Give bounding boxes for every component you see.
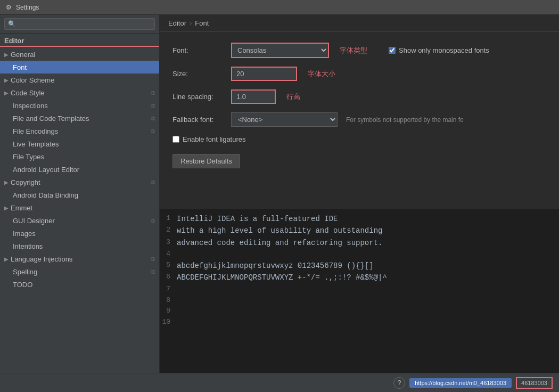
preview-area: 1IntelliJ IDEA is a full-featured IDE2wi… — [160, 209, 559, 373]
main-layout: Editor ▶GeneralFont▶Color Scheme▶Code St… — [0, 15, 559, 373]
line-number: 4 — [160, 249, 177, 260]
sidebar-item-code-style[interactable]: ▶Code Style⧉ — [0, 86, 159, 99]
size-annotation: 字体大小 — [308, 69, 335, 79]
ligatures-row: Enable font ligatures — [172, 135, 546, 143]
size-row: Size: 字体大小 — [172, 67, 546, 81]
line-content: with a high level of usability and outst… — [177, 225, 559, 236]
sidebar-item-label: GUI Designer — [13, 217, 55, 225]
bottom-highlight-box: 46183003 — [516, 377, 553, 389]
font-annotation: 字体类型 — [340, 46, 367, 55]
sidebar-item-label: Spelling — [13, 268, 37, 276]
sidebar-item-language-injections[interactable]: ▶Language Injections⧉ — [0, 252, 159, 265]
preview-line: 5abcdefghijklmnopqrstuvwxyz 0123456789 (… — [160, 260, 559, 272]
preview-line: 2with a high level of usability and outs… — [160, 225, 559, 236]
preview-line: 7 — [160, 284, 559, 295]
sidebar-item-android-data-binding[interactable]: Android Data Binding — [0, 189, 159, 201]
sidebar-item-android-layout-editor[interactable]: Android Layout Editor — [0, 163, 159, 176]
arrow-icon: ▶ — [4, 90, 9, 96]
preview-line: 1IntelliJ IDEA is a full-featured IDE — [160, 213, 559, 225]
monospaced-checkbox[interactable] — [389, 47, 396, 54]
line-spacing-annotation: 行高 — [286, 92, 300, 102]
settings-icon: ⚙ — [4, 3, 13, 12]
sidebar-item-label: TODO — [13, 281, 32, 289]
preview-line: 4 — [160, 249, 559, 260]
sidebar-item-emmet[interactable]: ▶Emmet — [0, 201, 159, 214]
sidebar-item-label: Language Injections — [11, 255, 72, 263]
sidebar-item-label: Intentions — [13, 242, 43, 250]
size-input[interactable] — [232, 68, 296, 80]
breadcrumb: Editor › Font — [160, 15, 559, 32]
sidebar-item-label: Font — [13, 63, 27, 71]
fallback-font-row: Fallback font: <None> For symbols not su… — [172, 112, 546, 127]
copy-icon: ⧉ — [151, 89, 155, 96]
copy-icon: ⧉ — [151, 268, 155, 275]
line-number: 9 — [160, 306, 177, 317]
line-content: abcdefghijklmnopqrstuvwxyz 0123456789 ()… — [177, 260, 559, 272]
arrow-icon: ▶ — [4, 52, 9, 58]
sidebar-item-general[interactable]: ▶General — [0, 48, 159, 61]
preview-line: 3advanced code editing and refactoring s… — [160, 237, 559, 249]
help-button[interactable]: ? — [393, 377, 405, 389]
sidebar-content: Editor ▶GeneralFont▶Color Scheme▶Code St… — [0, 34, 159, 373]
sidebar-item-intentions[interactable]: Intentions — [0, 240, 159, 252]
sidebar-item-inspections[interactable]: Inspections⧉ — [0, 99, 159, 112]
sidebar-item-images[interactable]: Images — [0, 227, 159, 240]
copy-icon: ⧉ — [151, 217, 155, 224]
restore-defaults-button[interactable]: Restore Defaults — [172, 154, 240, 168]
search-input[interactable] — [4, 18, 155, 30]
sidebar-item-label: Code Style — [11, 89, 45, 97]
ligatures-checkbox[interactable] — [172, 136, 179, 143]
sidebar-item-file-types[interactable]: File Types — [0, 150, 159, 163]
line-number: 6 — [160, 272, 177, 283]
arrow-icon: ▶ — [4, 205, 9, 211]
window-title: Settings — [16, 4, 39, 11]
line-number: 7 — [160, 284, 177, 295]
copy-icon: ⧉ — [151, 256, 155, 263]
sidebar-item-label: File Types — [13, 153, 44, 161]
sidebar-item-label: Inspections — [13, 102, 48, 110]
sidebar-item-live-templates[interactable]: Live Templates — [0, 137, 159, 150]
editor-section-header: Editor — [0, 34, 159, 47]
bottom-bar: ? https://blog.csdn.net/m0_46183003 4618… — [0, 373, 559, 392]
sidebar: Editor ▶GeneralFont▶Color Scheme▶Code St… — [0, 15, 160, 373]
sidebar-item-file-encodings[interactable]: File Encodings⧉ — [0, 125, 159, 137]
line-spacing-input[interactable] — [232, 91, 275, 103]
fallback-font-select[interactable]: <None> — [231, 112, 338, 127]
line-spacing-label: Line spacing: — [172, 93, 231, 101]
sidebar-item-label: Color Scheme — [11, 76, 54, 84]
line-number: 2 — [160, 225, 177, 236]
monospaced-checkbox-row: Show only monospaced fonts — [389, 46, 489, 54]
line-number: 1 — [160, 213, 177, 224]
title-bar: ⚙ Settings — [0, 0, 559, 15]
sidebar-item-label: File and Code Templates — [13, 115, 89, 123]
sidebar-item-spelling[interactable]: Spelling⧉ — [0, 265, 159, 278]
font-row: Font: Consolas 字体类型 Show only monospaced… — [172, 43, 546, 58]
sidebar-item-font[interactable]: Font — [0, 61, 159, 74]
sidebar-item-copyright[interactable]: ▶Copyright⧉ — [0, 176, 159, 189]
monospaced-label: Show only monospaced fonts — [399, 46, 489, 54]
sidebar-item-label: Emmet — [11, 204, 32, 212]
line-spacing-wrapper — [231, 89, 276, 104]
sidebar-item-todo[interactable]: TODO — [0, 278, 159, 291]
sidebar-item-label: Images — [13, 230, 36, 238]
sidebar-item-gui-designer[interactable]: GUI Designer⧉ — [0, 214, 159, 227]
preview-line: 6ABCDEFGHIJKLMNOPQRSTUVWXYZ +-*/= .,;:!?… — [160, 272, 559, 283]
fallback-note: For symbols not supported by the main fo — [346, 116, 464, 124]
search-bar — [0, 15, 159, 34]
arrow-icon: ▶ — [4, 179, 9, 185]
font-select-wrapper: Consolas — [231, 43, 329, 58]
sidebar-item-file-code-templates[interactable]: File and Code Templates⧉ — [0, 112, 159, 125]
font-select[interactable]: Consolas — [232, 44, 328, 57]
sidebar-item-label: Android Layout Editor — [13, 166, 79, 174]
breadcrumb-current: Font — [195, 19, 209, 27]
copy-icon: ⧉ — [151, 102, 155, 109]
bottom-url-box: https://blog.csdn.net/m0_46183003 — [409, 378, 512, 388]
sidebar-item-label: Copyright — [11, 178, 40, 186]
content-main: Font: Consolas 字体类型 Show only monospaced… — [160, 32, 559, 209]
sidebar-item-label: Android Data Binding — [13, 191, 78, 199]
size-input-wrapper — [231, 67, 297, 81]
sidebar-item-color-scheme[interactable]: ▶Color Scheme — [0, 74, 159, 86]
line-content: ABCDEFGHIJKLMNOPQRSTUVWXYZ +-*/= .,;:!? … — [177, 272, 559, 283]
breadcrumb-parent: Editor — [168, 19, 186, 27]
line-number: 3 — [160, 237, 177, 248]
